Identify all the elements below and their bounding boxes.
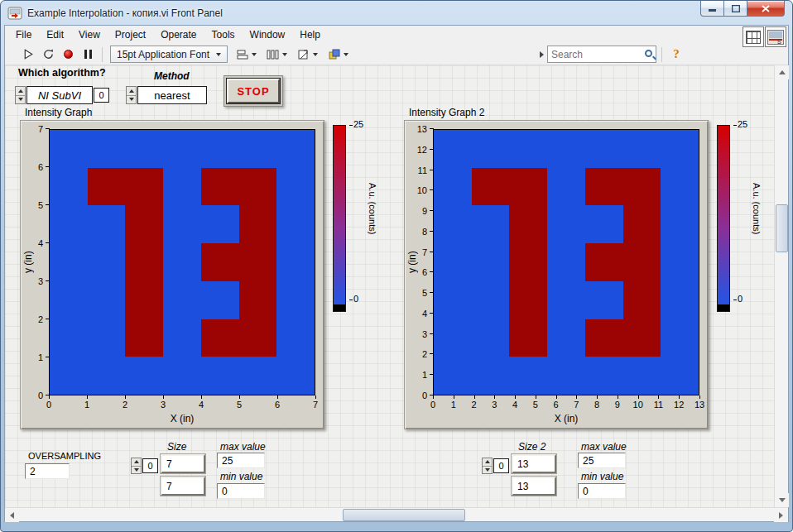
size2-spinner[interactable] <box>482 458 493 474</box>
run-continuously-button[interactable] <box>38 46 58 64</box>
size2-index-control: 0 <box>482 458 509 474</box>
max-value-label-1: max value <box>220 441 266 453</box>
horizontal-scrollbar[interactable] <box>5 507 788 521</box>
max-value-indicator-2: 25 <box>578 453 626 468</box>
algorithm-label: Which algorithm? <box>18 67 106 79</box>
y-tick-label: 6 <box>422 268 427 277</box>
y-tick-label: 2 <box>422 350 427 359</box>
x-tick-label: 9 <box>615 400 620 410</box>
vertical-scrollbar[interactable] <box>774 65 788 507</box>
stop-button[interactable]: STOP <box>227 79 280 103</box>
pause-button[interactable] <box>78 46 98 64</box>
y-tick-label: 11 <box>418 165 427 175</box>
menu-view[interactable]: View <box>71 26 108 43</box>
horizontal-scroll-thumb[interactable] <box>343 509 465 521</box>
x-tick-mark <box>125 395 126 399</box>
intensity-cell <box>201 319 276 357</box>
menu-project[interactable]: Project <box>108 26 153 43</box>
algorithm-spinner[interactable] <box>15 86 26 104</box>
x-tick-label: 12 <box>674 400 684 410</box>
oversampling-input[interactable]: 2 <box>25 463 70 479</box>
y-tick-label: 5 <box>422 289 427 298</box>
svg-text:S: S <box>777 39 781 45</box>
abort-icon <box>64 50 73 59</box>
y-tick-label: 9 <box>422 207 427 216</box>
size1-element-0[interactable]: 7 <box>161 454 205 473</box>
x-tick-mark <box>433 395 434 399</box>
x-tick-label: 4 <box>199 400 204 410</box>
chevron-down-icon <box>282 53 287 56</box>
ramp-axis-label: A.u. (counts) <box>368 183 377 307</box>
vi-icon[interactable]: S <box>765 26 786 47</box>
algorithm-ring[interactable]: NI SubVI <box>26 86 93 104</box>
graph-panel: y (in) 01234567 01234567 X (in) <box>20 120 324 429</box>
resize-objects-button[interactable] <box>294 46 321 64</box>
x-tick-label: 1 <box>451 400 456 410</box>
min-value-label-2: min value <box>581 471 623 482</box>
y-tick-label: 8 <box>422 227 427 236</box>
minimize-button[interactable] <box>700 1 724 17</box>
size1-element-1[interactable]: 7 <box>161 477 205 496</box>
color-ramp <box>717 125 730 312</box>
method-ring[interactable]: nearest <box>137 86 207 104</box>
x-tick-mark <box>679 395 680 399</box>
size1-index-box[interactable]: 0 <box>142 458 158 473</box>
x-tick-label: 7 <box>313 400 318 410</box>
menu-edit[interactable]: Edit <box>39 26 71 43</box>
x-tick-mark <box>277 395 278 399</box>
align-objects-button[interactable] <box>233 46 260 64</box>
menu-help[interactable]: Help <box>292 26 328 43</box>
min-value-indicator-1: 0 <box>217 483 265 499</box>
size2-index-box[interactable]: 0 <box>493 458 509 473</box>
search-input[interactable] <box>548 47 637 61</box>
x-tick-label: 3 <box>161 400 166 410</box>
run-button[interactable] <box>18 46 38 64</box>
chevron-down-icon <box>216 53 221 56</box>
algorithm-control: NI SubVI 0 <box>15 86 109 104</box>
menu-window[interactable]: Window <box>243 26 293 43</box>
font-selector[interactable]: 15pt Application Font <box>110 46 228 63</box>
reorder-objects-button[interactable] <box>324 46 352 64</box>
graph-panel: y (in) 012345678910111213 01234567891011… <box>404 120 709 429</box>
ramp-max-label: 25 <box>349 119 363 129</box>
front-panel: Which algorithm? NI SubVI 0 Method neare… <box>5 65 774 507</box>
algorithm-index-box[interactable]: 0 <box>94 88 109 103</box>
scroll-right-button[interactable] <box>774 508 788 522</box>
y-tick-label: 1 <box>38 353 43 362</box>
ramp-min-label: 0 <box>349 294 358 304</box>
abort-button[interactable] <box>58 46 78 64</box>
chevron-right-icon <box>540 51 544 58</box>
scroll-left-button[interactable] <box>5 508 19 522</box>
search-icon[interactable] <box>645 50 652 57</box>
menu-operate[interactable]: Operate <box>153 26 204 43</box>
ramp-max-label: 25 <box>733 119 747 129</box>
size2-element-1[interactable]: 13 <box>512 477 556 496</box>
x-tick-label: 7 <box>574 400 579 410</box>
method-spinner[interactable] <box>126 86 137 104</box>
size1-spinner[interactable] <box>131 458 142 474</box>
scroll-up-button[interactable] <box>775 65 789 79</box>
size2-label: Size 2 <box>518 441 545 453</box>
x-tick-label: 10 <box>633 400 643 410</box>
menu-tools[interactable]: Tools <box>204 26 243 43</box>
context-help-button[interactable]: ? <box>667 46 685 63</box>
close-button[interactable] <box>747 1 785 17</box>
connector-pane-icon[interactable] <box>743 26 764 47</box>
toolbar-separator <box>102 47 103 62</box>
size2-element-0[interactable]: 13 <box>512 454 556 473</box>
scroll-down-button[interactable] <box>775 493 789 507</box>
vertical-scroll-thumb[interactable] <box>776 204 788 252</box>
max-value-indicator-1: 25 <box>217 453 265 468</box>
x-tick-label: 5 <box>533 400 538 410</box>
align-objects-icon <box>236 49 249 60</box>
stop-button-frame: STOP <box>223 75 283 107</box>
distribute-objects-button[interactable] <box>263 46 291 64</box>
maximize-button[interactable] <box>724 1 747 17</box>
client-area: File Edit View Project Operate Tools Win… <box>4 25 789 522</box>
x-tick-label: 11 <box>654 400 663 410</box>
menu-file[interactable]: File <box>8 26 39 43</box>
search-scope-button[interactable] <box>536 46 547 63</box>
x-tick-label: 0 <box>430 400 435 410</box>
x-tick-mark <box>454 395 454 399</box>
font-selector-label: 15pt Application Font <box>117 49 209 60</box>
